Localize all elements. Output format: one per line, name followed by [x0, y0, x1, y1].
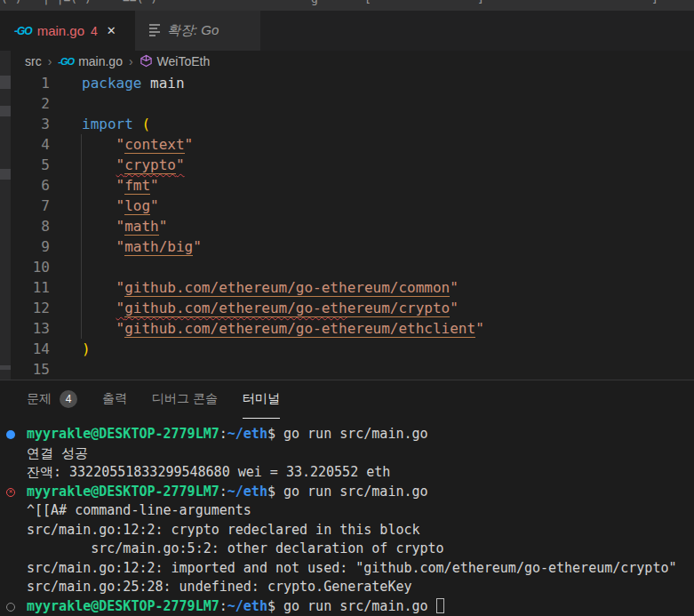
rail-block — [0, 76, 11, 89]
terminal-cursor — [436, 598, 444, 613]
code-line-content: "math" — [82, 216, 167, 236]
panel-tab-label: 문제 — [27, 391, 52, 407]
code-token — [82, 320, 116, 337]
code-token: ) — [82, 340, 91, 357]
code-line: 2 — [11, 93, 694, 114]
terminal-line: myyrakle@DESKTOP-2779LM7:~/eth$ go run s… — [0, 597, 694, 616]
close-icon[interactable]: ✕ — [107, 24, 116, 37]
code-token: ( — [141, 116, 150, 132]
code-token: fmt — [124, 177, 150, 195]
breadcrumb[interactable]: src›-GOmain.go› WeiToEth — [0, 51, 694, 71]
code-token: " — [450, 279, 459, 296]
window-chrome-fragment: g — [311, 0, 318, 5]
line-number: 8 — [11, 216, 50, 236]
symbol-structure-icon — [140, 54, 153, 68]
code-token: context — [124, 136, 184, 154]
code-token — [141, 75, 150, 92]
go-file-icon: -GO — [14, 25, 32, 37]
indent-guide — [81, 134, 82, 339]
panel-tab[interactable]: 터미널 — [243, 380, 280, 419]
tab-filename: main.go — [37, 23, 84, 38]
terminal-text: : — [219, 598, 227, 614]
window-chrome-fragment: | |=( ) — [43, 0, 92, 5]
code-line-content: "github.com/ethereum/go-ethereum/common" — [82, 277, 459, 298]
line-number: 5 — [11, 155, 50, 175]
tab-extension-go[interactable]: 확장: Go — [135, 11, 260, 51]
panel-tab-label: 출력 — [102, 391, 127, 407]
breadcrumb-item-src[interactable]: src — [25, 54, 42, 68]
code-token: github.com/ethereum/go-ethereum/common — [124, 279, 450, 297]
breadcrumb-separator: › — [48, 54, 52, 68]
terminal-text: ~/eth — [227, 598, 267, 614]
terminal-line: src/main.go:25:28: undefined: crypto.Gen… — [0, 578, 694, 597]
window-chrome-fragment: ==( ) — [123, 0, 157, 5]
code-token: github.com/ethereum/go-eth — [124, 300, 347, 317]
line-number: 10 — [11, 257, 50, 277]
code-token: " — [116, 279, 125, 296]
code-line-content: "log" — [82, 196, 159, 216]
code-token: " — [193, 238, 202, 255]
panel-tab[interactable]: 디버그 콘솔 — [152, 380, 218, 419]
terminal-line: src/main.go:12:2: imported and not used:… — [0, 559, 694, 579]
line-number: 6 — [11, 175, 50, 196]
command-success-icon — [6, 430, 15, 439]
code-line-content: "context" — [82, 134, 193, 155]
code-line: 8 "math" — [11, 216, 694, 236]
breadcrumb-separator: › — [129, 54, 133, 68]
code-token — [82, 136, 116, 153]
code-line: 14) — [11, 339, 694, 359]
code-token: " — [116, 136, 125, 153]
line-number: 11 — [11, 277, 50, 298]
code-token: github.com/ethereum/go-ethereum/ethclien… — [124, 320, 475, 338]
panel-tab-bar: 문제4출력디버그 콘솔터미널 — [0, 380, 694, 419]
code-token: package — [82, 75, 141, 92]
vscode-window: ( )| |=( )==( )g[]] -GO main.go 4 ✕ 확장: … — [0, 0, 694, 616]
code-line: 11 "github.com/ethereum/go-ethereum/comm… — [11, 277, 694, 298]
code-token: " — [150, 177, 159, 194]
code-token: " — [116, 238, 125, 255]
command-running-icon — [6, 603, 15, 612]
code-token: " — [116, 320, 125, 337]
terminal-line: src/main.go:5:2: other declaration of cr… — [0, 540, 694, 559]
code-token: " — [450, 300, 459, 316]
rail-block — [0, 169, 11, 180]
code-token: log — [124, 197, 150, 215]
terminal-line: ✕myyrakle@DESKTOP-2779LM7:~/eth$ go run … — [0, 483, 694, 502]
terminal-text: src/main.go:25:28: undefined: crypto.Gen… — [27, 579, 411, 595]
terminal-text: : — [219, 484, 227, 500]
terminal-line: ^[[A# command-line-arguments — [0, 501, 694, 521]
code-line: 1package main — [11, 73, 694, 93]
terminal[interactable]: myyrakle@DESKTOP-2779LM7:~/eth$ go run s… — [0, 419, 694, 616]
code-token: ereum/crypto — [347, 300, 451, 317]
breadcrumb-item-weitoeth[interactable]: WeiToEth — [157, 54, 211, 68]
breadcrumb-item-main.go[interactable]: main.go — [78, 54, 123, 68]
line-number: 3 — [11, 114, 50, 134]
code-token: " — [185, 136, 194, 153]
window-chrome-fragment: ] — [477, 0, 484, 5]
tab-main-go[interactable]: -GO main.go 4 ✕ — [0, 11, 135, 51]
terminal-line: 잔액: 33220551833299548680 wei = 33.220552… — [0, 463, 694, 483]
terminal-text: : — [219, 426, 227, 442]
code-token — [133, 116, 142, 132]
code-editor[interactable]: 1package main23import (4 "context"5 "cry… — [11, 71, 694, 380]
terminal-text: myyrakle@DESKTOP-2779LM7 — [27, 598, 219, 614]
code-line: 4 "context" — [11, 134, 694, 155]
terminal-text: 잔액: 33220551833299548680 wei = 33.220552… — [27, 464, 390, 480]
tab-extension-label: 확장: Go — [167, 22, 219, 39]
terminal-text: myyrakle@DESKTOP-2779LM7 — [27, 484, 219, 500]
extension-list-icon — [149, 24, 160, 38]
rail-block — [0, 106, 11, 116]
line-number: 13 — [11, 318, 50, 339]
code-token — [82, 197, 116, 214]
terminal-line: 연결 성공 — [0, 444, 694, 464]
line-number: 2 — [11, 93, 50, 114]
panel-tab[interactable]: 문제4 — [27, 380, 77, 419]
panel-tab[interactable]: 출력 — [102, 380, 127, 419]
line-number: 9 — [11, 236, 50, 257]
problems-count-badge: 4 — [60, 390, 77, 408]
code-line-content: "github.com/ethereum/go-ethereum/crypto" — [82, 298, 459, 318]
terminal-text: $ go run src/main.go — [267, 426, 428, 442]
terminal-text: ~/eth — [227, 426, 267, 442]
panel-tab-label: 터미널 — [243, 391, 280, 407]
code-token: math — [124, 218, 159, 236]
